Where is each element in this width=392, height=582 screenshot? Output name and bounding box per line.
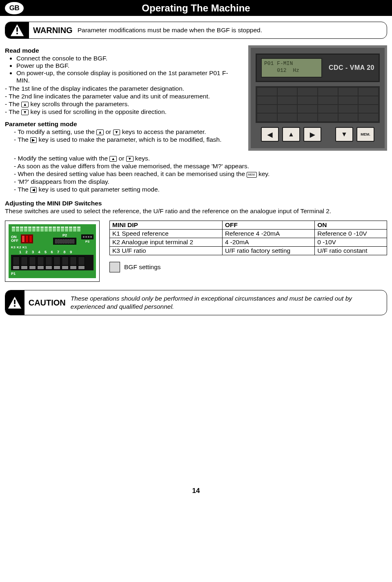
dip-table: MINI DIP OFF ON K1 Speed referenceRefere… xyxy=(109,221,387,255)
page-number: 14 xyxy=(5,487,387,495)
warning-label: WARNING xyxy=(29,26,78,35)
caution-icon xyxy=(5,290,24,315)
right-key-button: ▶ xyxy=(303,127,321,142)
svg-rect-1 xyxy=(16,27,18,32)
body-text: - As soon as the value differs from the … xyxy=(5,163,387,170)
table-row: K2 Analogue input terminal 24 -20mA0 -10… xyxy=(110,238,387,247)
list-item: Connect the console to the BGF. xyxy=(16,55,241,62)
up-key-icon: ▲ xyxy=(21,102,29,107)
mem-key-button: MEM. xyxy=(356,127,374,142)
bgf-settings-swatch xyxy=(109,262,120,272)
page-header: GB Operating The Machine xyxy=(0,0,392,16)
lcd-display: P01 F-MIN 012 Hz xyxy=(261,58,322,78)
up-key-icon: ▲ xyxy=(109,156,117,162)
bgf-settings-label: BGF settings xyxy=(124,263,161,271)
warning-box: WARNING Parameter modifications must be … xyxy=(5,22,387,39)
bgf-settings-row: BGF settings xyxy=(109,262,387,272)
off-label: OFF xyxy=(11,239,18,243)
table-row: K3 U/F ratioU/F ratio factory settingU/F… xyxy=(110,247,387,255)
terminal-numbers: 123456789 xyxy=(19,250,94,254)
down-key-icon: ▼ xyxy=(21,109,29,115)
up-key-icon: ▲ xyxy=(96,129,104,135)
console-label-grid xyxy=(256,86,380,123)
dip-diagram: ON OFF P2 P3 xyxy=(5,221,100,282)
warning-icon xyxy=(5,22,29,38)
body-text: - 'M?' disappears from the display. xyxy=(5,178,387,185)
svg-rect-4 xyxy=(14,300,16,304)
warning-text: Parameter modifications must be made whe… xyxy=(78,22,267,38)
left-key-icon: ◀ xyxy=(30,187,37,193)
p2-chip xyxy=(53,238,76,245)
body-text: - The 1st line of the display indicates … xyxy=(5,85,241,92)
table-header: MINI DIP xyxy=(110,221,223,230)
table-row: K1 Speed referenceReference 4 -20mARefer… xyxy=(110,230,387,238)
k-labels: K3 K2 K1 xyxy=(11,245,94,249)
dip-intro: These switches are used to select the re… xyxy=(5,207,387,215)
list-item: On power-up, the console display is posi… xyxy=(16,69,241,84)
right-key-icon: ▶ xyxy=(30,137,37,143)
list-item: Power up the BGF. xyxy=(16,62,241,69)
down-key-button: ▼ xyxy=(335,127,353,142)
p3-label: P3 xyxy=(85,240,89,243)
caution-label: CAUTION xyxy=(24,298,71,308)
param-mode-heading: Parameter setting mode xyxy=(5,120,241,128)
svg-rect-5 xyxy=(14,305,16,307)
body-text: - The ▼ key is used for scrolling in the… xyxy=(5,108,241,116)
body-text: - The 2nd line indicates the parameter v… xyxy=(5,93,241,100)
locale-badge: GB xyxy=(5,2,24,14)
up-key-button: ▲ xyxy=(282,127,300,142)
body-text: - When the desired setting value has bee… xyxy=(5,170,387,178)
table-header: ON xyxy=(315,221,387,230)
p1-label: P1 xyxy=(11,272,94,276)
terminal-block xyxy=(11,255,94,270)
dip-heading: Adjusting the MINI DIP Switches xyxy=(5,200,387,207)
caution-text: These operations should only be performe… xyxy=(71,290,387,315)
svg-rect-2 xyxy=(16,33,18,34)
body-text: - The ▲ key scrolls through the paramete… xyxy=(5,100,241,108)
body-text: - Modify the setting value with the ▲ or… xyxy=(5,155,387,162)
down-key-icon: ▼ xyxy=(126,156,134,162)
body-text: - The ◀ key is used to quit parameter se… xyxy=(5,186,387,193)
page-title: Operating The Machine xyxy=(24,2,368,14)
body-text: - The ▶ key is used to make the paramete… xyxy=(5,136,241,143)
p3-chip xyxy=(81,234,94,239)
read-mode-heading: Read mode xyxy=(5,47,241,54)
down-key-icon: ▼ xyxy=(113,129,120,135)
body-text: - To modify a setting, use the ▲ or ▼ ke… xyxy=(5,128,241,136)
console-photo: P01 F-MIN 012 Hz CDC - VMA 20 ◀ ▲ ▶ ▼ ME… xyxy=(248,45,387,151)
k-switches xyxy=(21,234,33,243)
left-key-button: ◀ xyxy=(261,127,279,142)
console-brand: CDC - VMA 20 xyxy=(329,64,374,71)
table-header: OFF xyxy=(222,221,314,230)
p2-label: P2 xyxy=(62,233,67,237)
read-mode-bullets: Connect the console to the BGF. Power up… xyxy=(5,55,241,84)
caution-box: CAUTION These operations should only be … xyxy=(5,290,387,315)
mem-key-icon: MEM. xyxy=(247,172,256,178)
